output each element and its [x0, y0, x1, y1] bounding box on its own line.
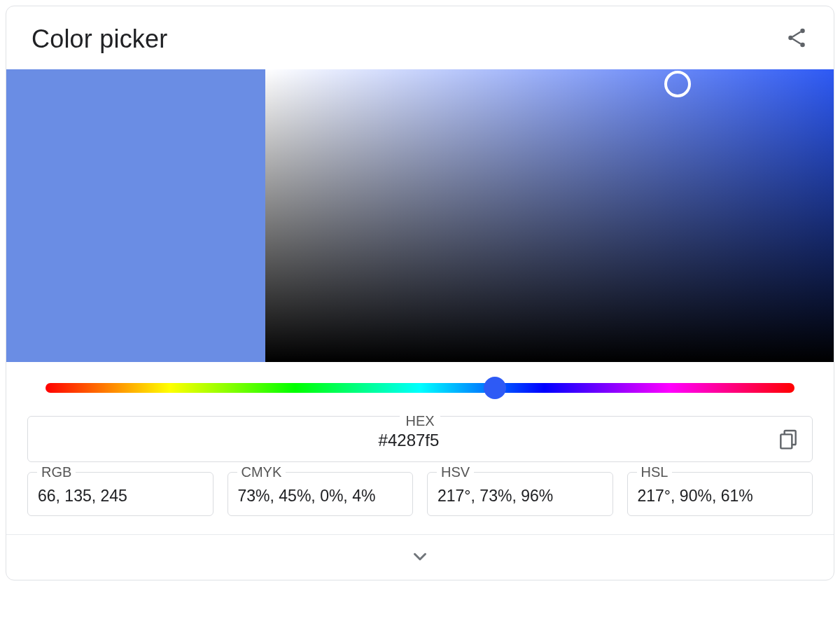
hex-label: HEX [400, 413, 440, 429]
hue-slider[interactable] [46, 383, 794, 393]
black-gradient-layer [265, 69, 834, 362]
format-rgb: RGB 66, 135, 245 [27, 472, 214, 516]
svg-point-1 [788, 36, 793, 41]
hue-handle[interactable] [484, 377, 506, 399]
hue-slider-row [6, 362, 834, 400]
svg-rect-4 [780, 434, 792, 448]
hex-input[interactable] [41, 431, 777, 450]
format-label-hsv: HSV [437, 464, 474, 480]
selected-color-swatch [6, 69, 265, 362]
hex-value-wrap [41, 431, 777, 450]
format-cmyk: CMYK 73%, 45%, 0%, 4% [227, 472, 414, 516]
share-icon[interactable] [785, 26, 808, 53]
copy-icon[interactable] [777, 428, 799, 453]
page-title: Color picker [31, 25, 167, 54]
hex-section: HEX [6, 400, 834, 462]
svg-point-2 [800, 43, 805, 48]
format-hsl: HSL 217°, 90%, 61% [627, 472, 813, 516]
format-hsv: HSV 217°, 73%, 96% [427, 472, 613, 516]
hex-label-row: HEX [27, 414, 813, 424]
format-label-cmyk: CMYK [237, 464, 286, 480]
formats-row: RGB 66, 135, 245 CMYK 73%, 45%, 0%, 4% H… [6, 462, 834, 534]
format-label-rgb: RGB [37, 464, 76, 480]
header: Color picker [6, 6, 834, 69]
format-label-hsl: HSL [637, 464, 673, 480]
color-area [6, 69, 834, 362]
svg-point-0 [800, 29, 805, 34]
saturation-value-picker[interactable] [265, 69, 834, 362]
chevron-down-icon [410, 557, 430, 569]
color-picker-card: Color picker HEX [6, 6, 834, 580]
expand-button[interactable] [6, 534, 834, 580]
